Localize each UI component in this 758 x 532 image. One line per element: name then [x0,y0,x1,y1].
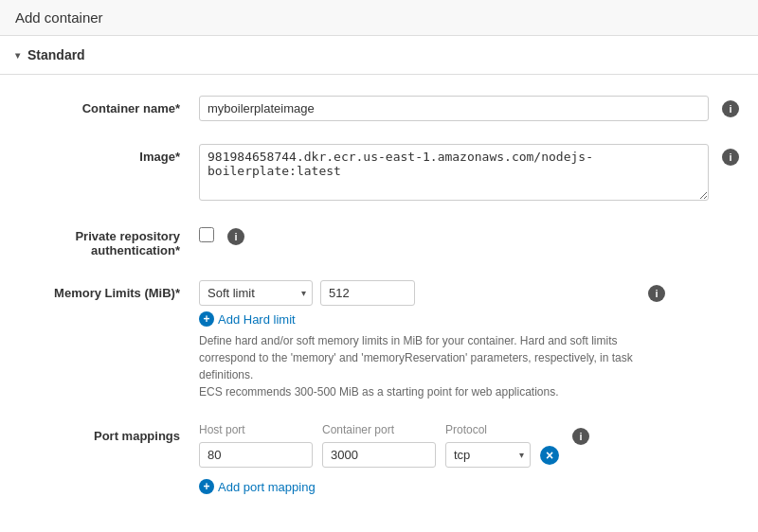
protocol-select-wrap: tcp udp ▾ [445,442,531,468]
container-port-input[interactable] [322,442,436,468]
port-headers: Host port Container port Protocol [199,423,559,436]
host-port-input[interactable] [199,442,313,468]
port-mapping-row: tcp udp ▾ × [199,442,559,468]
memory-limits-label: Memory Limits (MiB)* [19,280,199,300]
port-mappings-row: Port mappings Host port Container port P… [0,412,758,505]
memory-type-select[interactable]: Soft limit Hard limit [199,280,313,306]
memory-type-select-wrap: Soft limit Hard limit ▾ [199,280,313,306]
remove-port-mapping-icon[interactable]: × [540,446,559,465]
add-port-mapping-icon: + [199,479,214,494]
protocol-select[interactable]: tcp udp [445,442,531,468]
form-fields: Container name* i Image* i Private repos… [0,75,758,515]
section-standard[interactable]: ▾ Standard [0,36,758,75]
container-name-control: i [199,96,739,121]
image-label: Image* [19,144,199,164]
container-name-info-icon[interactable]: i [722,100,739,117]
memory-controls: Soft limit Hard limit ▾ [199,280,635,306]
form-content: ▾ Standard Container name* i Image* i [0,36,758,532]
add-port-mapping-label: Add port mapping [218,480,316,494]
add-hard-limit-label: Add Hard limit [218,312,296,327]
container-port-header: Container port [322,423,436,436]
chevron-down-icon: ▾ [15,50,20,61]
host-port-header: Host port [199,423,313,436]
private-repo-info-icon[interactable]: i [227,228,244,245]
port-mappings-label: Port mappings [19,423,199,443]
page-title: Add container [15,9,103,26]
add-hard-limit-icon: + [199,311,214,327]
port-mappings-section: Host port Container port Protocol tcp ud… [199,423,559,494]
container-name-label: Container name* [19,96,199,115]
add-port-mapping-link[interactable]: + Add port mapping [199,479,316,494]
add-hard-limit-link[interactable]: + Add Hard limit [199,311,635,327]
section-label: Standard [27,47,85,62]
memory-section: Soft limit Hard limit ▾ + Add Hard limit [199,280,635,400]
private-repo-label: Private repository authentication* [19,223,199,257]
private-repo-checkbox[interactable] [199,227,214,242]
image-info-icon[interactable]: i [722,149,739,166]
memory-limits-control: Soft limit Hard limit ▾ + Add Hard limit [199,280,739,400]
page-header: Add container [0,0,758,36]
private-repo-row: Private repository authentication* i [0,212,758,269]
image-input[interactable] [199,144,709,201]
memory-limits-row: Memory Limits (MiB)* Soft limit Hard lim… [0,269,758,412]
image-control: i [199,144,739,201]
memory-info-icon[interactable]: i [648,285,665,302]
container-name-row: Container name* i [0,84,758,133]
port-mappings-info-icon[interactable]: i [572,428,589,445]
container-name-input[interactable] [199,96,709,121]
memory-value-input[interactable] [320,280,415,306]
page-wrapper: Add container ▾ Standard Container name*… [0,0,758,532]
port-mappings-control: Host port Container port Protocol tcp ud… [199,423,739,494]
image-row: Image* i [0,133,758,212]
private-repo-control: i [199,223,739,245]
memory-help-text: Define hard and/or soft memory limits in… [199,332,635,400]
protocol-header: Protocol [445,423,531,436]
